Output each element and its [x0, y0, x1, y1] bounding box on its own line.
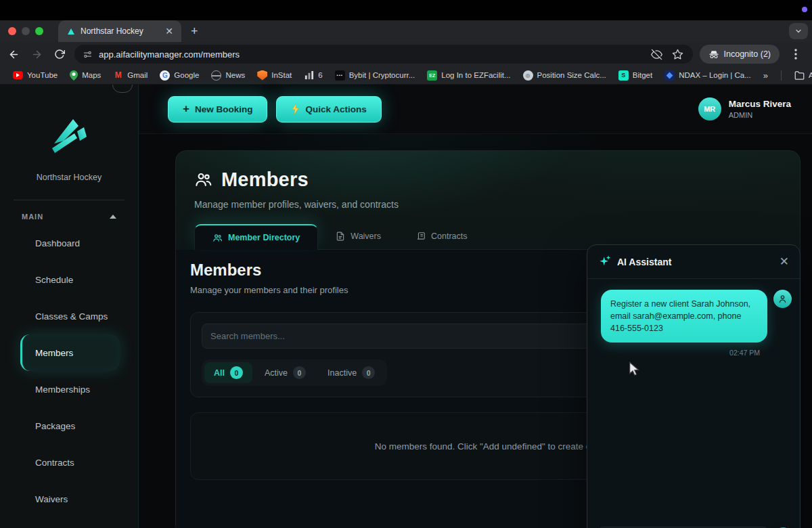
bookmark-star-icon[interactable] [672, 49, 683, 60]
close-icon[interactable]: ✕ [780, 256, 789, 267]
tab-search-chevron-button[interactable] [789, 23, 808, 39]
plus-icon: + [183, 102, 189, 116]
bookmark-gmail[interactable]: MGmail [107, 68, 154, 83]
user-role: ADMIN [729, 111, 791, 119]
user-message-bubble: Register a new client Sarah Johnson, ema… [601, 290, 767, 343]
all-bookmarks-label: All Bookmarks [809, 71, 812, 79]
forward-button[interactable] [27, 45, 46, 64]
sidebar-item-contracts[interactable]: Contracts [20, 444, 120, 481]
bookmark-label: Bybit | Cryptocurr... [349, 71, 415, 79]
page-content: Members Manage member profiles, waivers,… [139, 134, 812, 528]
members-card-header: Members Manage member profiles, waivers,… [176, 151, 800, 250]
window-close-button[interactable] [8, 27, 16, 35]
sidebar-item-label: Packages [35, 421, 75, 431]
back-button[interactable] [4, 45, 23, 64]
new-tab-button[interactable]: + [191, 25, 198, 37]
scroll-icon [416, 232, 426, 241]
filter-all[interactable]: All 0 [204, 362, 252, 383]
bookmark-bitget[interactable]: SBitget [612, 68, 658, 83]
tab-contracts[interactable]: Contracts [399, 223, 485, 249]
tab-waivers[interactable]: Waivers [318, 223, 399, 249]
northstar-logo-icon [47, 113, 91, 155]
maps-pin-icon [70, 70, 78, 81]
sidebar-item-members[interactable]: Members [20, 334, 120, 371]
quick-actions-label: Quick Actions [305, 104, 366, 114]
lightning-bolt-icon [291, 104, 300, 114]
bookmark-ezfacility[interactable]: EZLog In to EZFacilit... [421, 68, 516, 83]
three-dots-icon [794, 49, 797, 60]
section-label: MAIN [22, 213, 43, 221]
sidebar-item-classes-camps[interactable]: Classes & Camps [20, 298, 120, 334]
sidebar-item-dashboard[interactable]: Dashboard [20, 225, 120, 261]
sidebar-item-memberships[interactable]: Memberships [20, 371, 120, 408]
bookmark-ndax[interactable]: NDAX – Login | Ca... [658, 68, 757, 83]
ndax-diamond-icon [664, 70, 675, 81]
sidebar-collapse-button[interactable] [112, 85, 133, 93]
bookmark-label: Google [174, 71, 199, 79]
site-settings-icon[interactable] [83, 49, 93, 60]
bookmark-instat[interactable]: InStat [251, 68, 298, 83]
tab-close-icon[interactable]: ✕ [162, 25, 176, 37]
url-text: app.aifacilitymanager.com/members [99, 49, 651, 60]
sparkle-icon [598, 255, 611, 268]
user-menu[interactable]: MR Marcus Rivera ADMIN [698, 97, 791, 120]
bookmark-bybit[interactable]: •••Bybit | Cryptocurr... [329, 68, 422, 83]
bookmark-label: Bitget [633, 71, 652, 79]
bookmarks-overflow-button[interactable]: » [757, 68, 774, 83]
chevron-down-icon [794, 27, 803, 35]
user-message-row: Register a new client Sarah Johnson, ema… [601, 290, 792, 343]
sidebar-nav: Dashboard Schedule Classes & Camps Membe… [0, 225, 138, 517]
bookmark-maps[interactable]: Maps [64, 68, 107, 83]
sidebar-item-packages[interactable]: Packages [20, 408, 120, 444]
tab-label: Contracts [431, 232, 468, 241]
address-bar[interactable]: app.aifacilitymanager.com/members [74, 45, 693, 64]
browser-tab[interactable]: Northstar Hockey ✕ [58, 20, 181, 42]
bookmark-position-size[interactable]: ◎Position Size Calc... [517, 68, 612, 83]
tab-member-directory[interactable]: Member Directory [194, 224, 318, 250]
user-avatar: MR [698, 97, 721, 120]
quick-actions-button[interactable]: Quick Actions [276, 96, 381, 123]
youtube-icon [13, 71, 23, 79]
filter-count-badge: 0 [362, 366, 375, 379]
new-booking-button[interactable]: + New Booking [168, 96, 267, 123]
sidebar-item-waivers[interactable]: Waivers [20, 481, 120, 517]
window-minimize-button[interactable] [22, 27, 30, 35]
filter-count-badge: 0 [293, 366, 306, 379]
shield-icon [257, 70, 267, 81]
page-title: Members [221, 169, 309, 191]
filter-active[interactable]: Active 0 [255, 362, 315, 383]
bookmark-label: 6 [318, 71, 322, 79]
bitget-icon: S [618, 70, 629, 81]
eye-off-icon[interactable] [651, 49, 662, 60]
folder-icon [794, 71, 805, 80]
sidebar-item-label: Memberships [35, 384, 90, 395]
ai-assistant-panel: AI Assistant ✕ Register a new client Sar… [587, 244, 800, 528]
org-logo [0, 113, 138, 155]
filter-inactive[interactable]: Inactive 0 [318, 362, 384, 383]
sidebar-section-header[interactable]: MAIN [22, 213, 116, 221]
page-subtitle: Manage member profiles, waivers, and con… [194, 199, 782, 210]
filter-label: All [214, 368, 225, 378]
person-icon [777, 294, 788, 304]
all-bookmarks-button[interactable]: All Bookmarks [788, 68, 812, 83]
bookmark-6[interactable]: 6 [298, 68, 328, 83]
bookmark-label: YouTube [27, 71, 58, 79]
bookmark-label: InStat [271, 71, 292, 79]
reload-button[interactable] [50, 45, 69, 64]
app-window: Northstar Hockey MAIN Dashboard Schedule… [0, 85, 812, 528]
bookmark-google[interactable]: GGoogle [154, 68, 205, 83]
google-icon: G [160, 70, 170, 81]
browser-menu-button[interactable] [786, 45, 805, 64]
incognito-badge[interactable]: Incognito (2) [700, 45, 780, 64]
bookmark-youtube[interactable]: YouTube [7, 68, 64, 83]
filter-label: Inactive [328, 368, 357, 378]
incognito-icon [708, 50, 719, 59]
sidebar-item-label: Schedule [35, 275, 73, 285]
divider [14, 200, 125, 200]
bar-chart-icon [304, 70, 314, 81]
tab-favicon [68, 28, 74, 35]
sidebar-item-schedule[interactable]: Schedule [20, 261, 120, 298]
bookmark-news[interactable]: News [205, 68, 251, 83]
bookmark-label: Log In to EZFacilit... [441, 71, 510, 79]
window-zoom-button[interactable] [35, 27, 43, 35]
